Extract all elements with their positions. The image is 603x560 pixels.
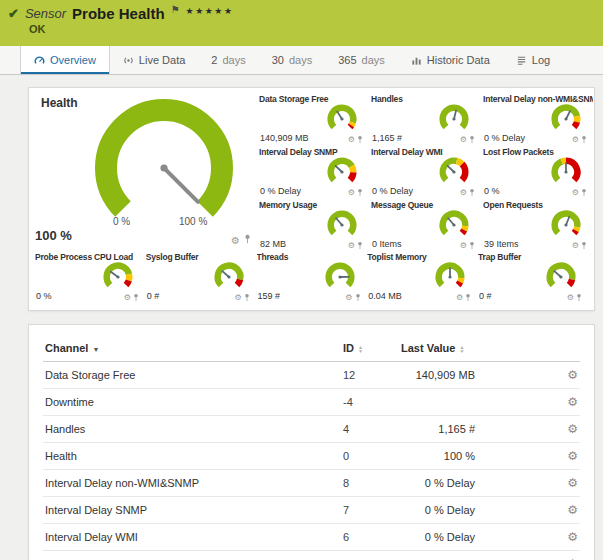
row-spacer [477, 470, 546, 497]
gauge-value: 82 MB [260, 239, 286, 249]
sensor-title: Probe Health [72, 5, 165, 22]
gear-icon[interactable]: ⚙ [572, 189, 579, 197]
gauge-dial [437, 102, 471, 136]
priority-stars[interactable]: ★★★★★ [186, 6, 234, 16]
gear-icon[interactable]: ⚙ [572, 242, 579, 250]
gear-icon[interactable]: ⚙ [460, 136, 467, 144]
gauge-dial [325, 102, 359, 136]
channel-settings-icon[interactable]: ⚙ [567, 422, 578, 436]
pin-icon[interactable] [581, 241, 587, 250]
col-header-last-value[interactable]: Last Value▲▼ [399, 335, 477, 362]
channel-name[interactable]: Interval Delay non-WMI&SNMP [43, 470, 341, 497]
col-header-id[interactable]: ID▲▼ [341, 335, 399, 362]
channel-name[interactable]: Interval Delay SNMP [43, 497, 341, 524]
channel-name[interactable]: Data Storage Free [43, 362, 341, 389]
gear-icon[interactable]: ⚙ [348, 242, 355, 250]
row-spacer [477, 362, 546, 389]
channel-settings-icon[interactable]: ⚙ [567, 368, 578, 382]
flag-icon[interactable]: ⚑ [171, 4, 180, 15]
tab-label: Live Data [139, 54, 185, 66]
channel-settings-icon[interactable]: ⚙ [567, 530, 578, 544]
table-row[interactable]: Interval Delay SNMP70 % Delay⚙ [43, 497, 580, 524]
tab-bar: Overview Live Data 2days 30days 365days … [0, 46, 603, 75]
table-row[interactable]: Downtime-4⚙ [43, 389, 580, 416]
gauge-interval-delay-non-wmi-snmp: Interval Delay non-WMI&SNMP0 % Delay⚙ [483, 94, 593, 146]
tab-overview[interactable]: Overview [20, 46, 110, 74]
gear-icon[interactable]: ⚙ [460, 242, 467, 250]
pin-icon[interactable] [357, 188, 363, 197]
gauge-actions: ⚙ [572, 188, 587, 197]
gear-icon[interactable]: ⚙ [124, 294, 131, 302]
pin-icon[interactable] [576, 293, 582, 302]
pin-icon[interactable] [465, 293, 471, 302]
tab-live-data[interactable]: Live Data [110, 46, 198, 74]
pin-icon[interactable] [469, 241, 475, 250]
table-row[interactable]: Lost Flow Packets100 %⚙ [43, 551, 580, 560]
gauge-open-requests: Open Requests39 Items⚙ [483, 200, 593, 252]
gear-icon[interactable]: ⚙ [572, 136, 579, 144]
channel-id: 0 [341, 443, 399, 470]
table-row[interactable]: Data Storage Free12140,909 MB⚙ [43, 362, 580, 389]
pin-icon[interactable] [355, 293, 361, 302]
page-content: Health 0 % 100 % 100 % ⚙ Data Storage Fr… [0, 75, 603, 560]
channel-name[interactable]: Lost Flow Packets [43, 551, 341, 560]
gauge-value: 0 % Delay [260, 186, 301, 196]
gauge-dial [101, 260, 135, 294]
gear-icon[interactable]: ⚙ [345, 294, 352, 302]
gear-icon[interactable]: ⚙ [567, 294, 574, 302]
gauge-actions: ⚙ [348, 188, 363, 197]
channel-settings-icon[interactable]: ⚙ [567, 449, 578, 463]
gear-icon[interactable]: ⚙ [348, 189, 355, 197]
gear-icon[interactable]: ⚙ [460, 189, 467, 197]
pin-icon[interactable] [244, 234, 251, 244]
sensor-header-line: ✔ Sensor Probe Health ⚑ ★★★★★ [8, 5, 593, 22]
col-header-actions [546, 335, 580, 362]
gauge-interval-delay-wmi: Interval Delay WMI0 % Delay⚙ [371, 147, 481, 199]
pin-icon[interactable] [469, 188, 475, 197]
channel-name[interactable]: Health [43, 443, 341, 470]
channel-last-value: 1,165 # [399, 416, 477, 443]
tab-label-unit: days [362, 54, 385, 66]
gear-icon[interactable]: ⚙ [456, 294, 463, 302]
pin-icon[interactable] [469, 135, 475, 144]
tab-30-days[interactable]: 30days [259, 46, 326, 74]
channel-id: -4 [341, 389, 399, 416]
pin-icon[interactable] [357, 135, 363, 144]
tab-historic-data[interactable]: Historic Data [398, 46, 503, 74]
table-row[interactable]: Handles41,165 #⚙ [43, 416, 580, 443]
row-actions: ⚙ [546, 389, 580, 416]
table-row[interactable]: Health0100 %⚙ [43, 443, 580, 470]
pin-icon[interactable] [581, 135, 587, 144]
pin-icon[interactable] [581, 188, 587, 197]
tab-2-days[interactable]: 2days [198, 46, 258, 74]
pin-icon[interactable] [357, 241, 363, 250]
gauge-dial [544, 260, 578, 294]
gear-icon[interactable]: ⚙ [235, 294, 242, 302]
pin-icon[interactable] [133, 293, 139, 302]
gauge-actions: ⚙ [348, 135, 363, 144]
tab-label: Log [532, 54, 550, 66]
tab-log[interactable]: Log [503, 46, 563, 74]
tab-label-unit: days [289, 54, 312, 66]
channel-id: 4 [341, 416, 399, 443]
channel-settings-icon[interactable]: ⚙ [567, 476, 578, 490]
channel-name[interactable]: Handles [43, 416, 341, 443]
channel-settings-icon[interactable]: ⚙ [567, 503, 578, 517]
table-row[interactable]: Interval Delay WMI60 % Delay⚙ [43, 524, 580, 551]
gear-icon[interactable]: ⚙ [348, 136, 355, 144]
gear-icon[interactable]: ⚙ [231, 235, 240, 246]
gauge-actions: ⚙ [348, 241, 363, 250]
channel-last-value [399, 389, 477, 416]
channel-name[interactable]: Interval Delay WMI [43, 524, 341, 551]
health-gauge-value: 100 % [35, 228, 72, 243]
tab-365-days[interactable]: 365days [325, 46, 398, 74]
channel-last-value: 140,909 MB [399, 362, 477, 389]
pin-icon[interactable] [244, 293, 250, 302]
channel-name[interactable]: Downtime [43, 389, 341, 416]
gauge-memory-usage: Memory Usage82 MB⚙ [259, 200, 369, 252]
col-header-channel[interactable]: Channel▼ [43, 335, 341, 362]
channel-settings-icon[interactable]: ⚙ [567, 395, 578, 409]
table-row[interactable]: Interval Delay non-WMI&SNMP80 % Delay⚙ [43, 470, 580, 497]
gauge-value: 159 # [258, 291, 281, 301]
gauge-handles: Handles1,165 #⚙ [371, 94, 481, 146]
